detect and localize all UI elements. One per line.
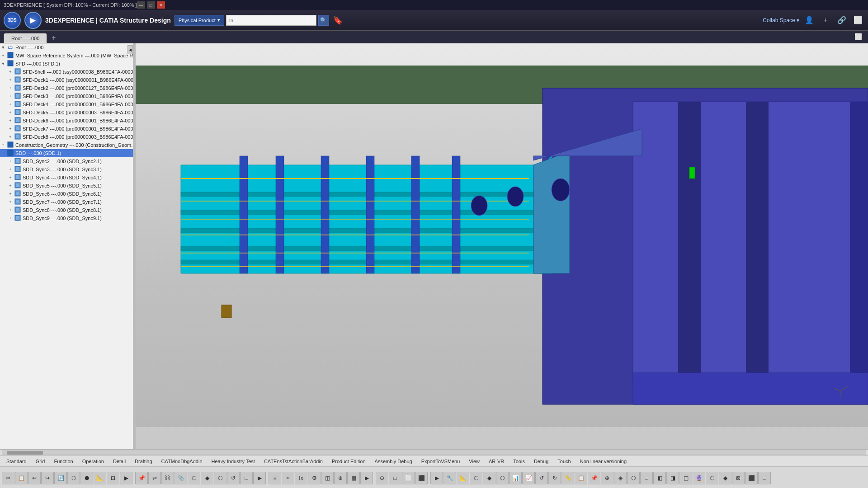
menu-tab-operation[interactable]: Operation xyxy=(78,457,108,466)
toolbar-btn-34[interactable]: 📐 xyxy=(457,472,469,484)
toolbar-btn-22[interactable]: fx xyxy=(295,472,307,484)
close-button[interactable]: ✕ xyxy=(157,1,165,9)
viewport-3d[interactable] xyxy=(136,43,868,449)
tree-item-1[interactable]: ▼SFD ---.000 (SFD.1) xyxy=(0,60,133,68)
tree-toggle-6[interactable]: + xyxy=(7,102,14,107)
toolbar-btn-19[interactable]: ▶ xyxy=(253,472,266,484)
tree-item-14[interactable]: +SDD_Sync3 ---.000 (SDD_Sync3.1) xyxy=(0,165,133,174)
menu-tab-detail[interactable]: Detail xyxy=(108,457,130,466)
add-button[interactable]: + xyxy=(819,14,832,27)
toolbar-btn-40[interactable]: ↺ xyxy=(535,472,548,484)
toolbar-btn-32[interactable]: ▶ xyxy=(430,472,443,484)
menu-tab-catenststactionbaraddin[interactable]: CATEnsTstActionBarAddin xyxy=(259,457,327,466)
menu-tab-drafting[interactable]: Drafting xyxy=(130,457,157,466)
tree-item-10[interactable]: +SFD-Deck8 ---.000 (prd00000003_B986E4FA… xyxy=(0,133,133,141)
tree-item-19[interactable]: +SDD_Sync8 ---.000 (SDD_Sync8.1) xyxy=(0,206,133,214)
toolbar-btn-37[interactable]: ⬡ xyxy=(496,472,509,484)
restore-panel-button[interactable]: ⬜ xyxy=(852,30,864,43)
add-tab-button[interactable]: + xyxy=(48,33,59,43)
tree-toggle-5[interactable]: + xyxy=(7,94,14,99)
tree-item-16[interactable]: +SDD_Sync5 ---.000 (SDD_Sync5.1) xyxy=(0,182,133,190)
menu-tab-non-linear-versioning[interactable]: Non linear versioning xyxy=(576,457,631,466)
toolbar-btn-56[interactable]: ⬛ xyxy=(745,472,758,484)
toolbar-btn-2[interactable]: ↩ xyxy=(28,472,41,484)
toolbar-btn-9[interactable]: ▶ xyxy=(120,472,132,484)
tree-item-4[interactable]: +SFD-Deck2 ---.000 (prd00000127_B986E4FA… xyxy=(0,84,133,92)
toolbar-btn-36[interactable]: ◆ xyxy=(483,472,495,484)
toolbar-btn-5[interactable]: ⬡ xyxy=(67,472,80,484)
horizontal-scrollbar[interactable] xyxy=(2,450,866,455)
tree-toggle-7[interactable]: + xyxy=(7,110,14,115)
toolbar-btn-6[interactable]: ⬢ xyxy=(80,472,93,484)
menu-tab-function[interactable]: Function xyxy=(49,457,77,466)
tree-toggle-root[interactable]: ▼ xyxy=(0,45,6,50)
toolbar-btn-4[interactable]: 🔃 xyxy=(54,472,67,484)
toolbar-btn-17[interactable]: ↺ xyxy=(227,472,240,484)
maximize-button[interactable]: □ xyxy=(147,1,155,9)
panel-collapse-button[interactable]: ◀ xyxy=(127,45,133,54)
search-input[interactable] xyxy=(226,15,316,26)
tree-item-8[interactable]: +SFD-Deck6 ---.000 (prd00000001_B986E4FA… xyxy=(0,117,133,125)
toolbar-btn-29[interactable]: □ xyxy=(389,472,401,484)
tree-toggle-4[interactable]: + xyxy=(7,86,14,90)
toolbar-btn-31[interactable]: ⬛ xyxy=(415,472,428,484)
toolbar-btn-54[interactable]: ◆ xyxy=(719,472,731,484)
collab-space[interactable]: Collab Space ▾ xyxy=(763,17,799,23)
tree-toggle-8[interactable]: + xyxy=(7,118,14,123)
tree-toggle-0[interactable]: + xyxy=(0,53,6,58)
tree-toggle-20[interactable]: + xyxy=(7,216,14,221)
toolbar-btn-1[interactable]: 📋 xyxy=(15,472,28,484)
toolbar-btn-43[interactable]: 📋 xyxy=(575,472,587,484)
toolbar-btn-8[interactable]: ⊡ xyxy=(107,472,119,484)
product-dropdown[interactable]: Physical Product ▾ xyxy=(175,15,224,26)
user-profile-button[interactable]: 👤 xyxy=(803,14,816,27)
tree-toggle-13[interactable]: + xyxy=(7,159,14,164)
toolbar-btn-15[interactable]: ◆ xyxy=(201,472,213,484)
menu-tab-catmnodbgaddin[interactable]: CATMnoDbgAddin xyxy=(157,457,207,466)
toolbar-btn-28[interactable]: ⊙ xyxy=(376,472,388,484)
menu-tab-debug[interactable]: Debug xyxy=(529,457,553,466)
tree-item-5[interactable]: +SFD-Deck3 ---.000 (prd00000001_B986E4FA… xyxy=(0,92,133,100)
toolbar-btn-44[interactable]: 📌 xyxy=(588,472,600,484)
toolbar-btn-51[interactable]: ◫ xyxy=(679,472,692,484)
search-button[interactable]: 🔍 xyxy=(318,15,329,26)
tree-item-13[interactable]: +SDD_Sync2 ---.000 (SDD_Sync2.1) xyxy=(0,157,133,165)
toolbar-btn-3[interactable]: ↪ xyxy=(41,472,54,484)
toolbar-btn-39[interactable]: 📈 xyxy=(522,472,535,484)
tree-item-7[interactable]: +SFD-Deck5 ---.000 (prd00000003_B986E4FA… xyxy=(0,108,133,117)
toolbar-btn-50[interactable]: ◨ xyxy=(666,472,679,484)
tree-toggle-19[interactable]: + xyxy=(7,208,14,212)
tree-toggle-9[interactable]: + xyxy=(7,127,14,131)
toolbar-btn-24[interactable]: ◫ xyxy=(321,472,334,484)
toolbar-btn-38[interactable]: 📊 xyxy=(509,472,522,484)
share-button[interactable]: 🔗 xyxy=(835,14,848,27)
toolbar-btn-52[interactable]: 🔮 xyxy=(693,472,705,484)
toolbar-btn-18[interactable]: □ xyxy=(240,472,253,484)
tree-item-2[interactable]: +SFD-Shell ---.000 (ssy00000008_B986E4FA… xyxy=(0,68,133,76)
toolbar-btn-55[interactable]: ⊠ xyxy=(732,472,745,484)
menu-tab-touch[interactable]: Touch xyxy=(553,457,575,466)
tree-item-15[interactable]: +SDD_Sync4 ---.000 (SDD_Sync4.1) xyxy=(0,174,133,182)
tree-item-0[interactable]: +MW_Space Reference System ---.000 (MW_S… xyxy=(0,52,133,60)
tree-toggle-11[interactable]: + xyxy=(0,143,6,147)
toolbar-btn-47[interactable]: ⬡ xyxy=(627,472,640,484)
menu-tab-view[interactable]: View xyxy=(464,457,484,466)
toolbar-btn-27[interactable]: ▶ xyxy=(360,472,373,484)
toolbar-btn-14[interactable]: ⬡ xyxy=(188,472,200,484)
toolbar-btn-13[interactable]: 📎 xyxy=(175,472,187,484)
toolbar-btn-7[interactable]: 📐 xyxy=(94,472,106,484)
tree-item-11[interactable]: +Construction_Geometry ---.000 (Construc… xyxy=(0,141,133,149)
toolbar-btn-57[interactable]: □ xyxy=(758,472,771,484)
toolbar-btn-46[interactable]: ◈ xyxy=(614,472,627,484)
toolbar-btn-23[interactable]: ⚙ xyxy=(308,472,321,484)
menu-tab-grid[interactable]: Grid xyxy=(31,457,50,466)
toolbar-btn-21[interactable]: ≈ xyxy=(282,472,294,484)
restore-button[interactable]: ⬜ xyxy=(852,14,864,27)
toolbar-btn-11[interactable]: ⇌ xyxy=(148,472,161,484)
toolbar-btn-30[interactable]: ⬜ xyxy=(402,472,415,484)
tree-toggle-10[interactable]: + xyxy=(7,135,14,139)
toolbar-btn-33[interactable]: 🔧 xyxy=(443,472,456,484)
menu-tab-assembly-debug[interactable]: Assembly Debug xyxy=(370,457,417,466)
tree-item-17[interactable]: +SDD_Sync6 ---.000 (SDD_Sync6.1) xyxy=(0,190,133,198)
menu-tab-tools[interactable]: Tools xyxy=(509,457,529,466)
